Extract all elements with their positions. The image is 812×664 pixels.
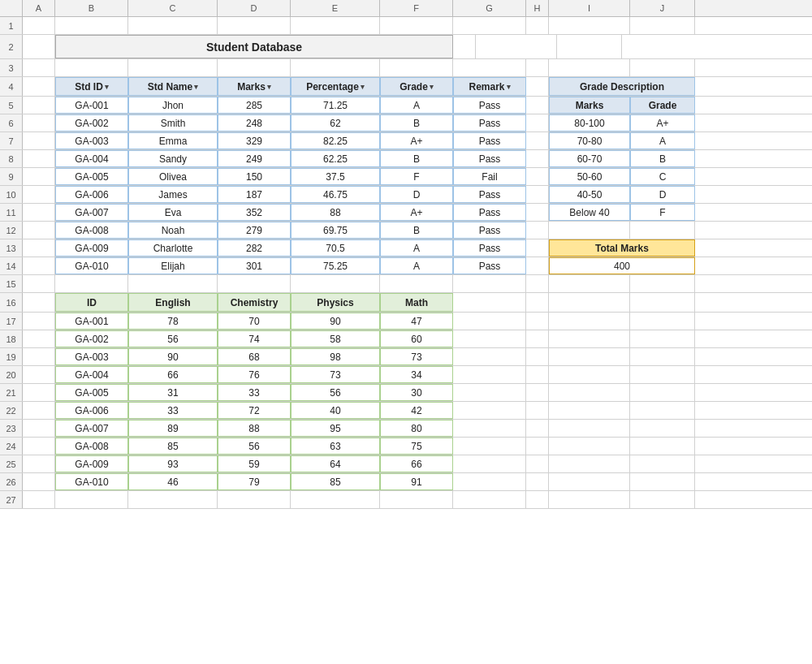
cell-11e[interactable]: 88 (291, 204, 380, 221)
marks-header-id[interactable]: ID (55, 293, 128, 312)
cell-21j[interactable] (630, 384, 695, 401)
cell-3g[interactable] (453, 59, 526, 76)
m-25b[interactable]: GA-009 (55, 455, 128, 472)
cell-11h[interactable] (526, 204, 549, 221)
m-22d[interactable]: 72 (218, 402, 291, 419)
cell-16g[interactable] (453, 293, 526, 312)
m-23e[interactable]: 95 (291, 420, 380, 437)
cell-17a[interactable] (23, 313, 55, 330)
cell-9f[interactable]: F (380, 168, 453, 185)
cell-12h[interactable] (526, 222, 549, 239)
cell-14h[interactable] (526, 257, 549, 274)
cell-15b[interactable] (55, 275, 128, 292)
cell-13c[interactable]: Charlotte (128, 239, 218, 257)
cell-5b[interactable]: GA-001 (55, 97, 128, 114)
m-26c[interactable]: 46 (128, 473, 218, 490)
cell-1i[interactable] (549, 17, 630, 34)
cell-18h[interactable] (526, 330, 549, 347)
cell-19g[interactable] (453, 348, 526, 365)
cell-13d[interactable]: 282 (218, 239, 291, 257)
cell-15e[interactable] (291, 275, 380, 292)
cell-1d[interactable] (218, 17, 291, 34)
cell-2j[interactable] (557, 35, 622, 58)
cell-27i[interactable] (549, 491, 630, 508)
cell-20j[interactable] (630, 366, 695, 383)
cell-3a[interactable] (23, 59, 55, 76)
m-24f[interactable]: 75 (380, 438, 453, 455)
cell-14b[interactable]: GA-010 (55, 257, 128, 274)
header-remark[interactable]: Remark ▾ (453, 77, 526, 96)
cell-8b[interactable]: GA-004 (55, 150, 128, 167)
header-percentage[interactable]: Percentage ▾ (291, 77, 380, 96)
cell-4h[interactable] (526, 77, 549, 96)
m-25f[interactable]: 66 (380, 455, 453, 472)
cell-16i[interactable] (549, 293, 630, 312)
cell-3h[interactable] (526, 59, 549, 76)
cell-26h[interactable] (526, 473, 549, 490)
cell-13f[interactable]: A (380, 239, 453, 257)
cell-7c[interactable]: Emma (128, 132, 218, 149)
m-20f[interactable]: 34 (380, 366, 453, 383)
cell-7e[interactable]: 82.25 (291, 132, 380, 149)
marks-header-physics[interactable]: Physics (291, 293, 380, 312)
m-19c[interactable]: 90 (128, 348, 218, 365)
cell-6c[interactable]: Smith (128, 114, 218, 132)
m-23b[interactable]: GA-007 (55, 420, 128, 437)
cell-5a[interactable] (23, 97, 55, 114)
cell-6b[interactable]: GA-002 (55, 114, 128, 132)
cell-26j[interactable] (630, 473, 695, 490)
cell-17j[interactable] (630, 313, 695, 330)
cell-8f[interactable]: B (380, 150, 453, 167)
m-21b[interactable]: GA-005 (55, 384, 128, 401)
header-std-id[interactable]: Std ID ▾ (55, 77, 128, 96)
cell-12b[interactable]: GA-008 (55, 222, 128, 239)
cell-15j[interactable] (630, 275, 695, 292)
cell-10b[interactable]: GA-006 (55, 186, 128, 203)
cell-5c[interactable]: Jhon (128, 97, 218, 114)
cell-15i[interactable] (549, 275, 630, 292)
cell-26a[interactable] (23, 473, 55, 490)
m-17c[interactable]: 78 (128, 313, 218, 330)
cell-6d[interactable]: 248 (218, 114, 291, 132)
cell-22i[interactable] (549, 402, 630, 419)
m-18f[interactable]: 60 (380, 330, 453, 347)
cell-15f[interactable] (380, 275, 453, 292)
cell-19j[interactable] (630, 348, 695, 365)
cell-3b[interactable] (55, 59, 128, 76)
cell-14f[interactable]: A (380, 257, 453, 274)
cell-7f[interactable]: A+ (380, 132, 453, 149)
cell-10g[interactable]: Pass (453, 186, 526, 203)
cell-3j[interactable] (630, 59, 695, 76)
cell-3d[interactable] (218, 59, 291, 76)
cell-9g[interactable]: Fail (453, 168, 526, 185)
cell-8g[interactable]: Pass (453, 150, 526, 167)
m-22e[interactable]: 40 (291, 402, 380, 419)
m-26f[interactable]: 91 (380, 473, 453, 490)
cell-2h[interactable] (453, 35, 476, 58)
marks-header-chemistry[interactable]: Chemistry (218, 293, 291, 312)
m-19e[interactable]: 98 (291, 348, 380, 365)
cell-19h[interactable] (526, 348, 549, 365)
cell-11a[interactable] (23, 204, 55, 221)
m-19f[interactable]: 73 (380, 348, 453, 365)
cell-11c[interactable]: Eva (128, 204, 218, 221)
cell-20g[interactable] (453, 366, 526, 383)
marks-header-english[interactable]: English (128, 293, 218, 312)
cell-21h[interactable] (526, 384, 549, 401)
cell-25g[interactable] (453, 455, 526, 472)
m-25e[interactable]: 64 (291, 455, 380, 472)
cell-21g[interactable] (453, 384, 526, 401)
m-17f[interactable]: 47 (380, 313, 453, 330)
cell-7h[interactable] (526, 132, 549, 149)
cell-15d[interactable] (218, 275, 291, 292)
m-18e[interactable]: 58 (291, 330, 380, 347)
cell-27a[interactable] (23, 491, 55, 508)
cell-27e[interactable] (291, 491, 380, 508)
cell-5d[interactable]: 285 (218, 97, 291, 114)
cell-21a[interactable] (23, 384, 55, 401)
m-23c[interactable]: 89 (128, 420, 218, 437)
cell-15c[interactable] (128, 275, 218, 292)
cell-27j[interactable] (630, 491, 695, 508)
cell-9h[interactable] (526, 168, 549, 185)
m-25d[interactable]: 59 (218, 455, 291, 472)
